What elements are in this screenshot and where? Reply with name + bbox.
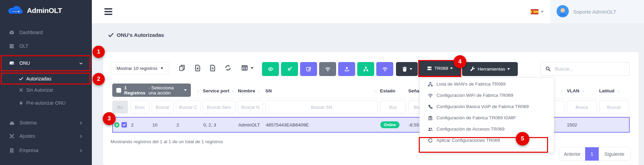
sidebar-item-label: Autorizadas (26, 76, 51, 81)
sidebar-item-dashboard[interactable]: Dashboard (0, 27, 92, 38)
topbar: Soporte AdminOLT (92, 0, 644, 23)
herramientas-dropdown-button[interactable]: Herramientas (462, 62, 518, 76)
sidebar-item-label: OLT (19, 43, 28, 49)
sidebar-item-pre-autorizar[interactable]: Pre-autorizar ONU (0, 97, 92, 108)
sidebar-item-label: Empresa (19, 148, 38, 153)
sidebar-item-ajustes[interactable]: Ajustes (0, 131, 92, 141)
col-header-sn[interactable]: SN↑↓ (265, 84, 378, 99)
filter-input (112, 101, 128, 114)
sidebar-item-onu[interactable]: ONU (0, 56, 92, 70)
redo-icon (428, 138, 433, 143)
check-icon (108, 32, 114, 38)
menu-item-config-igmp[interactable]: Configuración de Fabrica TR069 IGMP (420, 112, 554, 123)
filter-input[interactable] (130, 101, 149, 114)
bulk-action-dropdown[interactable]: 1 Registros - Selecciona una acción (112, 84, 191, 97)
filter-input-estado[interactable] (380, 101, 406, 114)
sidebar-item-label: Sistema (19, 120, 37, 125)
eye-icon (268, 66, 274, 72)
menu-item-config-accesos[interactable]: Configuración de Accesos TR069 (420, 123, 554, 135)
filter-input[interactable] (176, 101, 200, 114)
pagination-prev[interactable]: Anterior (559, 147, 585, 161)
cell-sn: 48575443EAB6409E (266, 122, 378, 127)
sidebar-item-label: Pre-autorizar ONU (26, 100, 66, 106)
col-header-service-port[interactable]: Service port↑↓ (203, 84, 235, 99)
menu-item-config-voip[interactable]: Configuración Básica VoIP de Fabrica TR0… (420, 101, 554, 112)
sidebar-item-autorizadas[interactable]: Autorizadas (0, 73, 92, 84)
row-checkbox[interactable] (121, 122, 127, 127)
annotation-step-4: 4 (453, 55, 466, 68)
delete-dropdown-button[interactable] (396, 62, 418, 76)
select-all-checkbox[interactable] (116, 88, 121, 93)
menu-item-lista-wans[interactable]: Lista de WAN's de Fabrica TR069 (420, 78, 554, 90)
show-entries-dropdown[interactable]: Mostrar 10 registros (111, 62, 169, 74)
expand-row-plus-icon[interactable] (114, 122, 120, 128)
refresh-icon[interactable] (225, 64, 231, 71)
col-header-nombre[interactable]: Nombre↑↓ (238, 84, 263, 99)
sort-icon[interactable]: ↑↓ (197, 89, 199, 93)
brand-logo[interactable]: AdminOLT (8, 5, 62, 16)
annotation-step-3: 3 (103, 112, 116, 125)
upload-button[interactable] (338, 62, 355, 76)
bank-icon (428, 115, 433, 121)
sidebar-item-sin-autorizar[interactable]: Sin Autorizar (0, 85, 92, 95)
cloud-olt-logo-icon (8, 5, 24, 16)
cell-service-port: 0, 2, 3 (203, 122, 236, 127)
excel-export-icon[interactable] (194, 64, 201, 71)
sort-icon[interactable]: ↑↓ (258, 89, 260, 93)
filter-input-vlan[interactable] (567, 101, 597, 114)
menu-item-config-wifi[interactable]: Configuración WiFi de Fabrica TR069 (420, 90, 554, 101)
sort-icon[interactable]: ↑↓ (582, 89, 584, 93)
table-search (540, 62, 630, 76)
language-selector[interactable] (531, 9, 544, 14)
wifi-status-button[interactable] (376, 62, 393, 76)
cell: 2 (131, 122, 150, 127)
edit-onu-button[interactable] (300, 62, 317, 76)
hamburger-menu-icon[interactable] (104, 8, 112, 15)
filter-input-service-port[interactable] (203, 101, 235, 114)
sidebar-item-olt[interactable]: OLT (0, 40, 92, 52)
status-badge: Online (380, 121, 399, 128)
wrench-icon (470, 66, 476, 72)
check-icon (19, 76, 23, 81)
dashboard-icon (9, 30, 15, 35)
document-export-icon[interactable] (209, 64, 216, 71)
network-map-button[interactable] (357, 62, 374, 76)
sort-icon[interactable]: ↑↓ (232, 89, 234, 93)
configure-onu-button[interactable] (281, 62, 298, 76)
columns-visibility-icon[interactable] (241, 64, 248, 71)
caret-down-icon[interactable] (251, 67, 253, 69)
cell-vlan: 1502 (567, 122, 597, 127)
table-info-text: Mostrando registros del 1 al 1 de un tot… (111, 139, 223, 144)
sidebar-item-sistema[interactable]: Sistema (0, 117, 92, 128)
chevron-right-icon (79, 134, 83, 138)
filter-input-latitud[interactable] (599, 101, 629, 114)
sidebar-item-empresa[interactable]: Empresa (0, 145, 92, 156)
col-header-latitud[interactable]: Latitud↑↓ (599, 84, 629, 99)
cell: 10 (152, 122, 174, 127)
search-input[interactable] (555, 66, 625, 72)
filter-input-nombre[interactable] (238, 101, 263, 114)
user-name: Soporte AdminOLT (573, 9, 616, 15)
filter-input[interactable] (152, 101, 174, 114)
sort-icon[interactable]: ↑↓ (561, 89, 563, 93)
menu-item-aplicar-configuraciones[interactable]: Aplicar Configuraciones TR069 (420, 135, 554, 146)
chevron-right-icon (79, 121, 83, 125)
user-menu[interactable]: Soporte AdminOLT (550, 0, 644, 23)
col-header-vlan[interactable]: VLAN↑↓ (567, 84, 597, 99)
wifi-config-button[interactable] (319, 62, 336, 76)
pagination-page-1[interactable]: 1 (585, 147, 599, 161)
sitemap-icon (363, 66, 369, 72)
sort-icon[interactable]: ↑↓ (617, 89, 619, 93)
server-icon (427, 65, 432, 71)
col-header-estado[interactable]: Estado (380, 84, 406, 99)
pagination-next[interactable]: Siguiente (599, 147, 630, 161)
filter-input-sn[interactable] (265, 101, 378, 114)
sort-icon[interactable]: ↑↓ (374, 89, 376, 93)
copy-icon[interactable] (179, 64, 185, 71)
wifi-icon (382, 66, 388, 72)
annotation-step-1: 1 (93, 46, 105, 58)
tr069-dropdown-menu: Lista de WAN's de Fabrica TR069 Configur… (419, 77, 554, 153)
view-onu-button[interactable] (262, 62, 279, 76)
annotation-step-2: 2 (93, 73, 105, 85)
pagination: Anterior 1 Siguiente (559, 147, 630, 161)
